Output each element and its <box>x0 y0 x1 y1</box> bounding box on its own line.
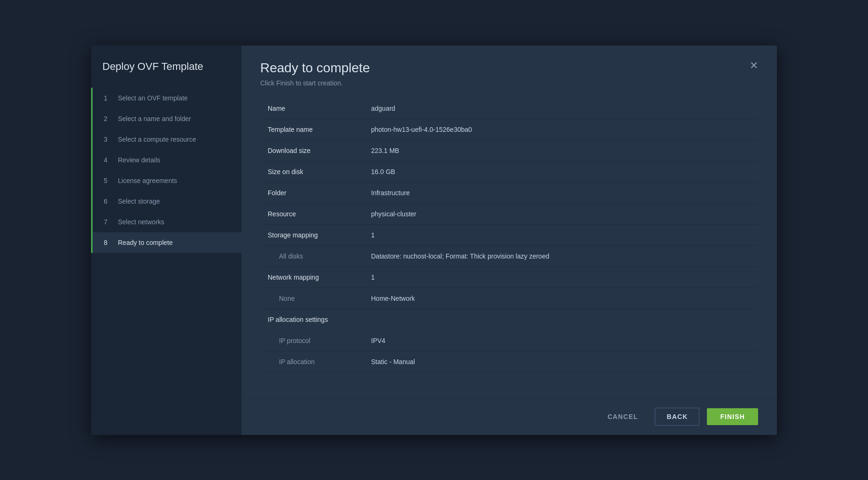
row-value: physical-cluster <box>364 203 758 224</box>
step-label: License agreements <box>118 177 177 184</box>
page-subtitle: Click Finish to start creation. <box>260 79 370 87</box>
step-label: Select a compute resource <box>118 136 196 143</box>
table-row: Name adguard <box>260 98 758 119</box>
back-button[interactable]: BACK <box>655 408 699 426</box>
row-label: Name <box>260 98 364 119</box>
row-value: adguard <box>364 98 758 119</box>
row-label: All disks <box>260 245 364 267</box>
main-panel: Ready to complete Click Finish to start … <box>241 46 777 435</box>
row-label: Network mapping <box>260 267 364 288</box>
row-label: IP allocation settings <box>260 309 364 330</box>
table-row: IP allocation Static - Manual <box>260 351 758 372</box>
step-label: Select storage <box>118 198 160 205</box>
row-value: IPV4 <box>364 330 758 351</box>
row-label: Folder <box>260 182 364 203</box>
details-table-container: Name adguard Template name photon-hw13-u… <box>241 87 777 398</box>
sidebar-item-0[interactable]: 1 Select an OVF template <box>91 88 241 108</box>
step-number: 1 <box>104 94 112 102</box>
table-row: Storage mapping 1 <box>260 224 758 245</box>
row-label: Download size <box>260 140 364 161</box>
sidebar-item-6[interactable]: 7 Select networks <box>91 212 241 232</box>
row-label: Size on disk <box>260 161 364 182</box>
step-label: Select a name and folder <box>118 115 191 122</box>
details-table: Name adguard Template name photon-hw13-u… <box>260 98 758 373</box>
step-number: 5 <box>104 177 112 184</box>
table-row: Template name photon-hw13-uefi-4.0-1526e… <box>260 119 758 140</box>
step-number: 6 <box>104 198 112 205</box>
sidebar-item-2[interactable]: 3 Select a compute resource <box>91 129 241 150</box>
sidebar-item-1[interactable]: 2 Select a name and folder <box>91 108 241 129</box>
step-label: Select networks <box>118 218 164 226</box>
row-value: 1 <box>364 267 758 288</box>
row-value: Infrastructure <box>364 182 758 203</box>
page-title: Ready to complete <box>260 61 370 76</box>
table-row: IP protocol IPV4 <box>260 330 758 351</box>
step-number: 2 <box>104 115 112 122</box>
table-row: Size on disk 16.0 GB <box>260 161 758 182</box>
step-number: 4 <box>104 156 112 164</box>
close-button[interactable]: ✕ <box>750 61 758 71</box>
sidebar-title: Deploy OVF Template <box>91 61 241 88</box>
row-label: None <box>260 288 364 309</box>
table-row: All disks Datastore: nuchost-local; Form… <box>260 245 758 267</box>
step-label: Select an OVF template <box>118 94 188 102</box>
step-label: Ready to complete <box>118 239 173 246</box>
row-label: Template name <box>260 119 364 140</box>
cancel-button[interactable]: CANCEL <box>598 408 647 425</box>
sidebar-item-3[interactable]: 4 Review details <box>91 150 241 170</box>
footer: CANCEL BACK FINISH <box>241 398 777 435</box>
table-row: None Home-Network <box>260 288 758 309</box>
table-row: Folder Infrastructure <box>260 182 758 203</box>
table-row: Download size 223.1 MB <box>260 140 758 161</box>
row-value: Home-Network <box>364 288 758 309</box>
finish-button[interactable]: FINISH <box>707 408 758 425</box>
row-label: IP allocation <box>260 351 364 372</box>
step-label: Review details <box>118 156 160 164</box>
sidebar-item-5[interactable]: 6 Select storage <box>91 191 241 212</box>
row-value: photon-hw13-uefi-4.0-1526e30ba0 <box>364 119 758 140</box>
row-label: Resource <box>260 203 364 224</box>
row-value: Static - Manual <box>364 351 758 372</box>
row-value: 1 <box>364 224 758 245</box>
step-number: 3 <box>104 136 112 143</box>
table-row: Network mapping 1 <box>260 267 758 288</box>
row-label: IP protocol <box>260 330 364 351</box>
table-row: IP allocation settings <box>260 309 758 330</box>
row-value: Datastore: nuchost-local; Format: Thick … <box>364 245 758 267</box>
row-value: 16.0 GB <box>364 161 758 182</box>
row-value: 223.1 MB <box>364 140 758 161</box>
step-number: 7 <box>104 218 112 226</box>
sidebar-item-7: 8 Ready to complete <box>91 232 241 253</box>
sidebar-item-4[interactable]: 5 License agreements <box>91 170 241 191</box>
row-value <box>364 309 758 330</box>
sidebar: Deploy OVF Template 1 Select an OVF temp… <box>91 46 241 435</box>
deploy-ovf-dialog: Deploy OVF Template 1 Select an OVF temp… <box>91 46 777 435</box>
row-label: Storage mapping <box>260 224 364 245</box>
table-row: Resource physical-cluster <box>260 203 758 224</box>
main-header: Ready to complete Click Finish to start … <box>241 46 777 87</box>
step-number: 8 <box>104 239 112 246</box>
